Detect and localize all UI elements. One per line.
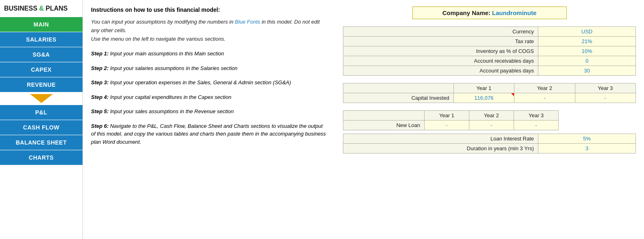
loan-row: New Loan - - - [343, 121, 559, 130]
loan-param-value-1[interactable]: 3 [538, 144, 636, 153]
loan-section: Year 1 Year 2 Year 3 New Loan - - - [343, 110, 636, 130]
settings-label-4: Account payables days [343, 66, 538, 76]
step-6: Step 6: Navigate to the P&L, Cash Flow, … [91, 122, 327, 146]
main-content: Instructions on how to use this financia… [83, 0, 644, 239]
sidebar-item-balancesheet[interactable]: BALANCE SHEET [0, 135, 82, 150]
step5-bold: Step 5: [91, 108, 108, 114]
settings-value-3[interactable]: 0 [538, 56, 636, 66]
loan-year2-header: Year 2 [469, 111, 514, 121]
settings-label-0: Currency [343, 27, 538, 37]
loan-param-label-1: Duration in years (min 3 Yrs) [343, 144, 538, 153]
capital-y1[interactable]: 116,076 [453, 93, 514, 103]
step-1: Step 1: Input your main assumptions in t… [91, 50, 327, 58]
settings-table: Currency USD Tax rate 21% Inventory as %… [343, 26, 636, 76]
sidebar-item-charts[interactable]: CHARTS [0, 150, 82, 165]
capital-table: Year 1 Year 2 Year 3 Capital Invested 11… [343, 83, 636, 103]
arrow-divider [0, 92, 82, 105]
capital-year2-header: Year 2 [514, 83, 575, 93]
step-2: Step 2: Input your salaries assumptions … [91, 64, 327, 72]
loan-param-label-0: Loan Interest Rate [343, 134, 538, 144]
step5-text: Input your sales assumptions in the Reve… [110, 108, 234, 114]
settings-value-4[interactable]: 30 [538, 66, 636, 76]
sidebar-item-revenue[interactable]: REVENUE [0, 77, 82, 92]
instructions-intro: You can input your assumptions by modify… [91, 18, 327, 43]
instructions-panel: Instructions on how to use this financia… [91, 7, 327, 232]
step-4: Step 4: Input your capital expenditures … [91, 93, 327, 101]
step-3: Step 3: Input your operation expenses in… [91, 79, 327, 87]
loan-label: New Loan [343, 121, 425, 130]
loan-year1-header: Year 1 [425, 111, 469, 121]
arrow-down-icon [30, 94, 53, 103]
step4-bold: Step 4: [91, 94, 108, 100]
sidebar-item-sga[interactable]: SG&A [0, 47, 82, 62]
loan-param-row-1: Duration in years (min 3 Yrs) 3 [343, 144, 636, 153]
settings-row-3: Account receivables days 0 [343, 56, 636, 66]
instructions-title: Instructions on how to use this financia… [91, 7, 327, 13]
intro-blue: Blue Fonts [235, 19, 260, 25]
loan-year3-header: Year 3 [514, 111, 559, 121]
step1-text: Input your main assumptions in this Main… [110, 50, 224, 57]
step2-text: Input your salaries assumptions in the S… [110, 65, 238, 71]
sidebar-item-main[interactable]: MAIN [0, 17, 82, 32]
step6-bold: Step 6: [91, 123, 108, 129]
capital-y2: - [514, 93, 575, 103]
loan-param-value-0[interactable]: 5% [538, 134, 636, 144]
settings-row-1: Tax rate 21% [343, 37, 636, 46]
capital-row: Capital Invested 116,076 - - [343, 93, 636, 103]
capital-year1-header: Year 1 [453, 83, 514, 93]
settings-value-2[interactable]: 10% [538, 46, 636, 56]
capital-y1-value: 116,076 [474, 95, 493, 101]
settings-label-3: Account receivables days [343, 56, 538, 66]
settings-row-0: Currency USD [343, 27, 636, 37]
step4-text: Input your capital expenditures in the C… [110, 94, 231, 100]
logo-text: BUSINESS & PLANS [4, 5, 67, 12]
settings-value-1[interactable]: 21% [538, 37, 636, 46]
step3-text: Input your operation expenses in the Sal… [110, 79, 291, 86]
settings-row-2: Inventory as % of COGS 10% [343, 46, 636, 56]
settings-label-1: Tax rate [343, 37, 538, 46]
settings-value-0[interactable]: USD [538, 27, 636, 37]
step3-bold: Step 3: [91, 79, 108, 86]
sidebar-item-salaries[interactable]: SALARIES [0, 32, 82, 47]
sidebar-item-cashflow[interactable]: CASH FLOW [0, 120, 82, 135]
step1-bold: Step 1: [91, 50, 108, 57]
red-corner-icon [511, 93, 514, 96]
loan-table: Year 1 Year 2 Year 3 New Loan - - - [343, 110, 559, 130]
loan-y1: - [425, 121, 469, 130]
loan-param-row-0: Loan Interest Rate 5% [343, 134, 636, 144]
sidebar-item-pl[interactable]: P&L [0, 105, 82, 120]
capital-y3: - [575, 93, 635, 103]
intro-line1: You can input your assumptions by modify… [91, 19, 233, 25]
settings-row-4: Account payables days 30 [343, 66, 636, 76]
logo-amp: & [39, 5, 44, 12]
step2-bold: Step 2: [91, 65, 108, 71]
capital-year3-header: Year 3 [575, 83, 635, 93]
settings-label-2: Inventory as % of COGS [343, 46, 538, 56]
intro-line3: Use the menu on the left to navigate the… [91, 36, 226, 42]
logo-before: BUSINESS [4, 5, 39, 12]
sidebar: BUSINESS & PLANS MAIN SALARIES SG&A CAPE… [0, 0, 83, 239]
sidebar-item-capex[interactable]: CAPEX [0, 62, 82, 77]
step6-text: Navigate to the P&L, Cash Flow, Balance … [91, 123, 326, 145]
step-5: Step 5: Input your sales assumptions in … [91, 107, 327, 116]
capital-label: Capital Invested [343, 93, 454, 103]
company-name-value: Laundrominute [492, 9, 536, 16]
logo-after: PLANS [44, 5, 68, 12]
loan-y3: - [514, 121, 559, 130]
logo: BUSINESS & PLANS [0, 0, 82, 17]
data-panel: Company Name: Laundrominute Currency USD… [343, 7, 636, 232]
loan-y2: - [469, 121, 514, 130]
loan-params-table: Loan Interest Rate 5% Duration in years … [343, 134, 636, 153]
company-name-box: Company Name: Laundrominute [412, 7, 567, 19]
company-name-label: Company Name: [442, 9, 490, 16]
